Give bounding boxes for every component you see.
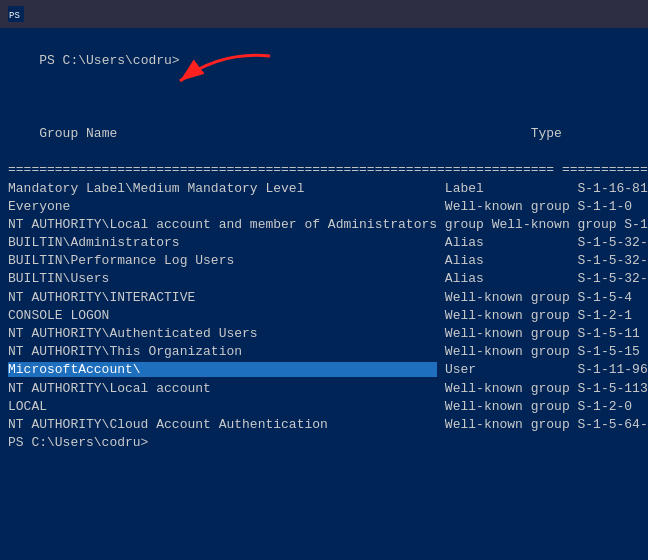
title-bar: PS [0, 0, 648, 28]
powershell-icon: PS [8, 6, 24, 22]
table-row: Mandatory Label\Medium Mandatory Level L… [8, 180, 640, 198]
table-row: NT AUTHORITY\Cloud Account Authenticatio… [8, 416, 640, 434]
command-line: PS C:\Users\codru> [8, 34, 640, 89]
table-row: MicrosoftAccount\ User S-1-11-96-3623454… [8, 361, 640, 379]
table-row: NT AUTHORITY\Authenticated Users Well-kn… [8, 325, 640, 343]
table-row: CONSOLE LOGON Well-known group S-1-2-1 [8, 307, 640, 325]
blank-line [8, 89, 640, 107]
prompt-prefix: PS C:\Users\codru> [39, 53, 187, 68]
table-row: BUILTIN\Administrators Alias S-1-5-32-54… [8, 234, 640, 252]
highlighted-name: MicrosoftAccount\ [8, 362, 437, 377]
terminal-body: PS C:\Users\codru> Group Name Type SID =… [0, 28, 648, 560]
col-header: Group Name Type SID [8, 107, 640, 162]
table-row: Everyone Well-known group S-1-1-0 [8, 198, 640, 216]
table-row: LOCAL Well-known group S-1-2-0 [8, 398, 640, 416]
col-header-type: Type [531, 126, 648, 141]
table-row: NT AUTHORITY\This Organization Well-know… [8, 343, 640, 361]
table-row: NT AUTHORITY\INTERACTIVE Well-known grou… [8, 289, 640, 307]
svg-text:PS: PS [9, 11, 20, 21]
col-separator: ========================================… [8, 161, 640, 179]
final-prompt: PS C:\Users\codru> [8, 434, 640, 452]
table-row: NT AUTHORITY\Local account Well-known gr… [8, 380, 640, 398]
group-table: Mandatory Label\Medium Mandatory Level L… [8, 180, 640, 435]
col-header-name: Group Name [39, 126, 530, 141]
table-row: BUILTIN\Users Alias S-1-5-32-545 [8, 270, 640, 288]
table-row: BUILTIN\Performance Log Users Alias S-1-… [8, 252, 640, 270]
table-row: NT AUTHORITY\Local account and member of… [8, 216, 640, 234]
